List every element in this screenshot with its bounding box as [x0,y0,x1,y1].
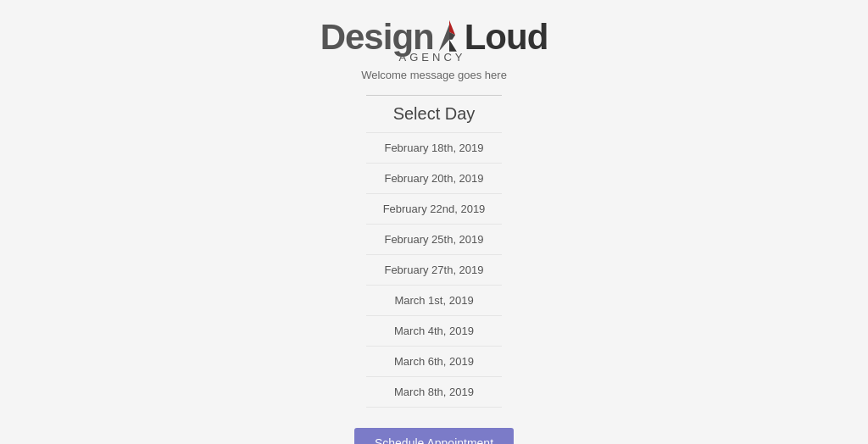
logo-wrapper: Design Loud [320,17,548,58]
logo-design-text: Design [320,17,434,58]
date-list-item[interactable]: February 22nd, 2019 [366,194,502,225]
logo-loud-text: Loud [465,17,548,58]
date-list-item[interactable]: February 25th, 2019 [366,225,502,255]
schedule-appointment-button[interactable]: Schedule Appointment [354,428,514,444]
date-list: February 18th, 2019February 20th, 2019Fe… [0,132,868,408]
svg-marker-0 [438,25,448,52]
select-day-title: Select Day [393,104,476,124]
logo-icon [434,19,465,56]
header-divider [366,95,502,96]
date-list-item[interactable]: March 6th, 2019 [366,347,502,377]
date-list-item[interactable]: March 1st, 2019 [366,286,502,316]
page-container: Design Loud AGENCY Welcome message goes … [0,0,868,444]
date-list-item[interactable]: February 27th, 2019 [366,255,502,286]
date-list-item[interactable]: February 18th, 2019 [366,132,502,164]
date-list-item[interactable]: February 20th, 2019 [366,164,502,194]
welcome-message: Welcome message goes here [361,69,507,81]
date-list-item[interactable]: March 4th, 2019 [366,316,502,347]
svg-marker-1 [449,40,457,52]
date-list-item[interactable]: March 8th, 2019 [366,377,502,408]
logo-container: Design Loud AGENCY [320,17,548,64]
